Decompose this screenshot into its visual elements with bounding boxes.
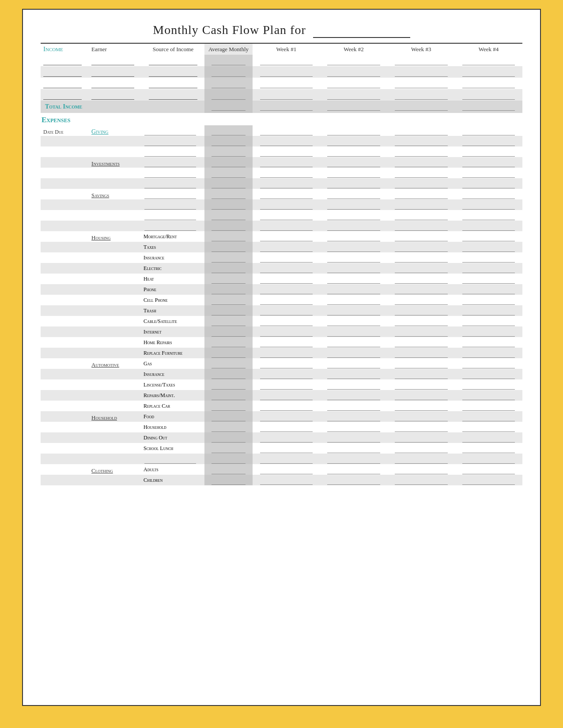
- housing-label: Housing: [91, 233, 110, 241]
- clothing-label: Clothing: [91, 465, 113, 474]
- main-table: Income Earner Source of Income Average M…: [41, 44, 522, 485]
- clothing-children-row: Children: [41, 475, 522, 485]
- income-source-1: [149, 56, 197, 65]
- savings-row-4: [41, 221, 522, 231]
- housing-insurance-row: Insurance: [41, 252, 522, 263]
- housing-cable-row: Cable/Satellite: [41, 316, 522, 326]
- expenses-label: Expenses: [42, 116, 70, 124]
- investments-label: Investments: [91, 158, 120, 167]
- total-income-row: Total Income: [41, 101, 522, 113]
- income-earner-line-1: [43, 56, 82, 65]
- giving-header-row: Date Due Giving: [41, 125, 522, 136]
- clothing-adults-row: Clothing Adults: [41, 464, 522, 475]
- income-row-4: [41, 89, 522, 101]
- automotive-repairs-row: Repairs/Maint.: [41, 390, 522, 401]
- household-food-row: Household Food: [41, 411, 522, 422]
- giving-row-2: [41, 136, 522, 146]
- income-row-1: [41, 55, 522, 66]
- total-income-label: Total Income: [45, 103, 82, 110]
- housing-electric-row: Electric: [41, 263, 522, 274]
- housing-cellphone-row: Cell Phone: [41, 295, 522, 305]
- household-blank-row: [41, 454, 522, 464]
- giving-row-3: [41, 146, 522, 157]
- housing-internet-row: Internet: [41, 326, 522, 337]
- earner-header: Earner: [89, 44, 142, 55]
- week2-header: Week #2: [320, 44, 388, 55]
- savings-row-2: [41, 199, 522, 210]
- housing-heat-row: Heat: [41, 274, 522, 284]
- income-earner-val-1: [91, 56, 134, 65]
- page: Monthly Cash Flow Plan for Income Earner…: [22, 9, 541, 706]
- giving-label: Giving: [91, 128, 108, 135]
- income-w3-1: [395, 57, 448, 65]
- household-lunch-row: School Lunch: [41, 443, 522, 454]
- date-due-label: Date Due: [43, 129, 64, 135]
- income-w1-1: [260, 57, 313, 65]
- expenses-header-row: Expenses: [41, 113, 522, 125]
- savings-header-row: Savings: [41, 189, 522, 199]
- avg-monthly-header: Average Monthly: [204, 44, 253, 55]
- income-row-3: [41, 78, 522, 89]
- household-household-row: Household: [41, 422, 522, 432]
- household-label: Household: [91, 413, 117, 421]
- housing-trash-row: Trash: [41, 305, 522, 316]
- savings-row-3: [41, 210, 522, 221]
- income-w4-1: [462, 57, 515, 65]
- income-w2-1: [327, 57, 380, 65]
- housing-mortgage-row: Housing Mortgage/Rent: [41, 231, 522, 242]
- automotive-gas-row: Automotive Gas: [41, 358, 522, 369]
- title-underline: [313, 23, 410, 38]
- investments-header-row: Investments: [41, 157, 522, 168]
- week3-header: Week #3: [387, 44, 455, 55]
- housing-repairs-row: Home Repairs: [41, 337, 522, 348]
- housing-taxes-row: Taxes: [41, 242, 522, 252]
- automotive-insurance-row: Insurance: [41, 369, 522, 379]
- source-header: Source of Income: [142, 44, 204, 55]
- housing-furniture-row: Replace Furniture: [41, 348, 522, 358]
- automotive-license-row: Liscense/Taxes: [41, 379, 522, 390]
- housing-phone-row: Phone: [41, 284, 522, 295]
- savings-label: Savings: [91, 190, 109, 199]
- housing-item-0: Mortgage/Rent: [144, 233, 177, 240]
- income-header: Income: [41, 44, 89, 55]
- week4-header: Week #4: [455, 44, 522, 55]
- automotive-replace-row: Replace Car: [41, 401, 522, 411]
- household-dining-row: Dining Out: [41, 432, 522, 443]
- automotive-label: Automotive: [91, 360, 119, 368]
- investments-row-2: [41, 168, 522, 178]
- column-header-row: Income Earner Source of Income Average M…: [41, 44, 522, 55]
- income-avg-1: [212, 57, 246, 65]
- investments-row-3: [41, 178, 522, 189]
- week1-header: Week #1: [253, 44, 320, 55]
- page-title: Monthly Cash Flow Plan for: [41, 23, 522, 39]
- income-row-2: [41, 66, 522, 78]
